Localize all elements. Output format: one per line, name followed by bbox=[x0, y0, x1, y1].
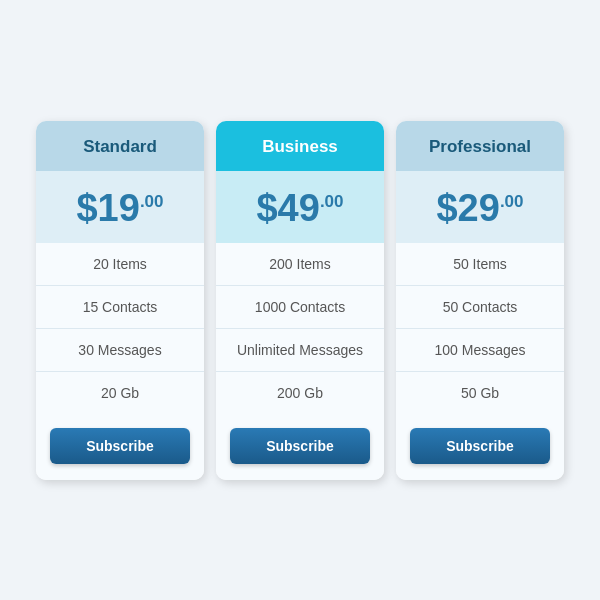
subscribe-button-business[interactable]: Subscribe bbox=[230, 428, 370, 464]
plan-name-standard: Standard bbox=[83, 137, 157, 156]
plan-features-business: 200 Items1000 ContactsUnlimited Messages… bbox=[216, 243, 384, 414]
plan-cents-professional: .00 bbox=[500, 192, 524, 211]
plan-price-professional: $29.00 bbox=[436, 187, 523, 229]
subscribe-button-professional[interactable]: Subscribe bbox=[410, 428, 550, 464]
feature-row-standard-0: 20 Items bbox=[36, 243, 204, 286]
plan-price-area-business: $49.00 bbox=[216, 171, 384, 243]
feature-row-professional-1: 50 Contacts bbox=[396, 286, 564, 329]
feature-row-professional-0: 50 Items bbox=[396, 243, 564, 286]
plan-features-standard: 20 Items15 Contacts30 Messages20 Gb bbox=[36, 243, 204, 414]
pricing-container: Standard$19.0020 Items15 Contacts30 Mess… bbox=[16, 101, 584, 500]
plan-footer-business: Subscribe bbox=[216, 414, 384, 480]
feature-row-business-3: 200 Gb bbox=[216, 372, 384, 414]
plan-header-professional: Professional bbox=[396, 121, 564, 171]
feature-row-professional-2: 100 Messages bbox=[396, 329, 564, 372]
plan-price-standard: $19.00 bbox=[76, 187, 163, 229]
plan-card-professional: Professional$29.0050 Items50 Contacts100… bbox=[396, 121, 564, 480]
plan-price-area-standard: $19.00 bbox=[36, 171, 204, 243]
feature-row-professional-3: 50 Gb bbox=[396, 372, 564, 414]
feature-row-standard-1: 15 Contacts bbox=[36, 286, 204, 329]
plan-header-business: Business bbox=[216, 121, 384, 171]
plan-price-business: $49.00 bbox=[256, 187, 343, 229]
plan-price-area-professional: $29.00 bbox=[396, 171, 564, 243]
plan-cents-standard: .00 bbox=[140, 192, 164, 211]
feature-row-business-1: 1000 Contacts bbox=[216, 286, 384, 329]
feature-row-business-0: 200 Items bbox=[216, 243, 384, 286]
feature-row-standard-2: 30 Messages bbox=[36, 329, 204, 372]
subscribe-button-standard[interactable]: Subscribe bbox=[50, 428, 190, 464]
plan-header-standard: Standard bbox=[36, 121, 204, 171]
plan-cents-business: .00 bbox=[320, 192, 344, 211]
feature-row-standard-3: 20 Gb bbox=[36, 372, 204, 414]
plan-features-professional: 50 Items50 Contacts100 Messages50 Gb bbox=[396, 243, 564, 414]
plan-name-business: Business bbox=[262, 137, 338, 156]
plan-card-business: Business$49.00200 Items1000 ContactsUnli… bbox=[216, 121, 384, 480]
plan-footer-professional: Subscribe bbox=[396, 414, 564, 480]
feature-row-business-2: Unlimited Messages bbox=[216, 329, 384, 372]
plan-card-standard: Standard$19.0020 Items15 Contacts30 Mess… bbox=[36, 121, 204, 480]
plan-footer-standard: Subscribe bbox=[36, 414, 204, 480]
plan-name-professional: Professional bbox=[429, 137, 531, 156]
